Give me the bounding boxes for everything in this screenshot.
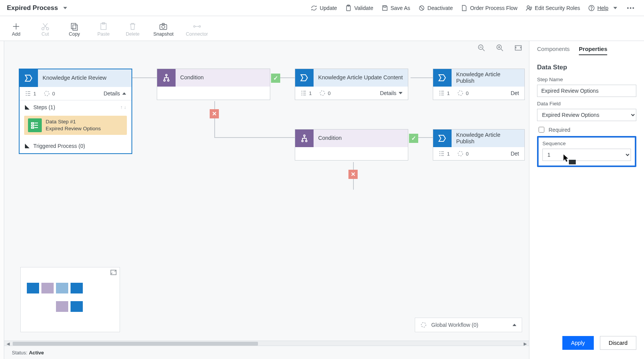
minimap-node bbox=[71, 301, 83, 312]
data-field-select[interactable]: Expired Review Options bbox=[537, 109, 636, 121]
details-toggle[interactable]: Det bbox=[511, 90, 519, 96]
minimap-node bbox=[71, 283, 83, 293]
svg-point-30 bbox=[302, 140, 303, 142]
spinner-icon bbox=[457, 151, 463, 157]
status-label: Status: bbox=[12, 350, 27, 356]
condition-icon bbox=[295, 130, 314, 147]
order-label: Order Process Flow bbox=[470, 5, 518, 11]
svg-point-24 bbox=[166, 74, 167, 76]
paste-icon bbox=[99, 22, 108, 31]
panel-tabs: Components Properties bbox=[529, 41, 644, 57]
tab-properties[interactable]: Properties bbox=[579, 46, 607, 55]
validate-label: Validate bbox=[354, 5, 373, 11]
cut-label: Cut bbox=[41, 31, 49, 37]
svg-point-25 bbox=[164, 80, 165, 81]
condition-node-2[interactable]: Condition bbox=[295, 129, 408, 161]
validate-action[interactable]: Validate bbox=[345, 5, 373, 11]
paste-button: Paste bbox=[95, 22, 112, 37]
sequence-select[interactable]: 1 bbox=[542, 149, 631, 161]
plus-icon bbox=[12, 22, 20, 31]
spinner-icon bbox=[457, 90, 463, 96]
branch-false-badge: ✕ bbox=[210, 109, 219, 118]
scrollbar-thumb[interactable] bbox=[13, 342, 258, 346]
steps-section-header[interactable]: Steps (1) ↑ ↓ bbox=[20, 100, 131, 114]
scroll-right-arrow[interactable]: ▶ bbox=[523, 341, 527, 346]
svg-point-26 bbox=[168, 80, 169, 81]
svg-point-31 bbox=[306, 140, 307, 142]
chevron-up-icon bbox=[513, 324, 516, 326]
svg-point-6 bbox=[591, 9, 592, 10]
spinner-icon bbox=[319, 90, 325, 96]
paste-label: Paste bbox=[97, 31, 110, 37]
document-icon bbox=[461, 5, 467, 11]
flow-edge bbox=[418, 137, 433, 138]
tab-components[interactable]: Components bbox=[537, 46, 570, 55]
deactivate-action[interactable]: Deactivate bbox=[419, 5, 453, 11]
stage-update-node[interactable]: Knowledge Article Update Content 1 0 Det… bbox=[295, 69, 408, 100]
svg-rect-0 bbox=[347, 6, 350, 11]
help-icon bbox=[588, 5, 595, 11]
horizontal-scrollbar[interactable]: ◀ ▶ bbox=[4, 341, 529, 346]
condition-title: Condition bbox=[314, 130, 408, 147]
step-name-input[interactable] bbox=[537, 85, 636, 97]
discard-button[interactable]: Discard bbox=[600, 336, 636, 350]
ribbon-toolbar: Add Cut Copy Paste Delete Snapshot Conne… bbox=[0, 16, 644, 41]
deactivate-label: Deactivate bbox=[427, 5, 453, 11]
data-step-icon bbox=[28, 118, 42, 132]
update-action[interactable]: Update bbox=[311, 5, 337, 11]
data-step-item[interactable]: Data Step #1 Expired Review Options bbox=[24, 116, 127, 135]
branch-false-badge: ✕ bbox=[348, 170, 358, 179]
cut-button: Cut bbox=[37, 22, 54, 37]
expand-icon[interactable] bbox=[110, 270, 117, 276]
stage-review-node[interactable]: Knowledge Article Review 1 0 Details Ste… bbox=[19, 69, 132, 154]
more-actions[interactable] bbox=[626, 6, 636, 10]
triggered-label: Triggered Process (0) bbox=[33, 143, 85, 149]
stage-icon bbox=[20, 69, 38, 87]
apply-button[interactable]: Apply bbox=[562, 336, 594, 350]
save-as-action[interactable]: Save As bbox=[382, 5, 410, 11]
workflow-count: 0 bbox=[457, 151, 468, 157]
svg-point-20 bbox=[44, 91, 49, 96]
details-toggle[interactable]: Details bbox=[380, 90, 402, 96]
copy-label: Copy bbox=[69, 31, 80, 37]
required-checkbox[interactable] bbox=[539, 127, 544, 133]
scroll-left-arrow[interactable]: ◀ bbox=[6, 341, 10, 346]
details-toggle[interactable]: Details bbox=[104, 90, 126, 97]
camera-icon bbox=[159, 22, 168, 31]
help-action[interactable]: Help bbox=[588, 5, 617, 11]
snapshot-button[interactable]: Snapshot bbox=[153, 22, 174, 37]
status-value: Active bbox=[29, 350, 44, 356]
stage-title: Knowledge Article Publish bbox=[452, 69, 524, 87]
copy-button[interactable]: Copy bbox=[66, 22, 83, 37]
minimap[interactable] bbox=[20, 267, 120, 332]
chevron-down-icon bbox=[613, 7, 617, 9]
triggered-section-header[interactable]: Triggered Process (0) bbox=[20, 139, 131, 153]
order-flow-action[interactable]: Order Process Flow bbox=[461, 5, 518, 11]
stage-publish-node-1[interactable]: Knowledge Article Publish 1 0 Det bbox=[433, 69, 525, 100]
condition-icon bbox=[157, 69, 176, 87]
process-title-group[interactable]: Expired Process bbox=[3, 4, 67, 12]
workflow-count: 0 bbox=[457, 90, 468, 96]
spinner-icon bbox=[421, 322, 427, 328]
details-toggle[interactable]: Det bbox=[511, 151, 519, 157]
step-count: 1 bbox=[301, 90, 312, 96]
data-field-label: Data Field bbox=[537, 101, 636, 107]
status-bar: Status: Active bbox=[4, 346, 529, 359]
add-button[interactable]: Add bbox=[8, 22, 25, 37]
list-icon bbox=[301, 90, 307, 96]
command-actions: Update Validate Save As Deactivate Order… bbox=[311, 5, 641, 11]
condition-node-1[interactable]: Condition bbox=[157, 69, 270, 100]
trash-icon bbox=[128, 22, 137, 31]
stage-publish-node-2[interactable]: Knowledge Article Publish 1 0 Det bbox=[433, 129, 525, 161]
chevron-down-icon bbox=[63, 7, 67, 9]
section-title: Data Step bbox=[537, 64, 636, 71]
stage-icon bbox=[433, 69, 452, 87]
steps-count-label: Steps (1) bbox=[33, 104, 55, 110]
edit-security-action[interactable]: Edit Security Roles bbox=[526, 5, 580, 11]
reorder-arrows[interactable]: ↑ ↓ bbox=[120, 105, 126, 110]
connector-button: Connector bbox=[186, 22, 208, 37]
global-workflow-label: Global Workflow (0) bbox=[431, 322, 478, 328]
canvas[interactable]: ✓ ✕ ✓ ✕ Knowledge Article Review 1 0 bbox=[4, 41, 529, 359]
global-workflow-bar[interactable]: Global Workflow (0) bbox=[415, 318, 522, 332]
sequence-highlight-box: Sequence 1 bbox=[537, 136, 636, 167]
